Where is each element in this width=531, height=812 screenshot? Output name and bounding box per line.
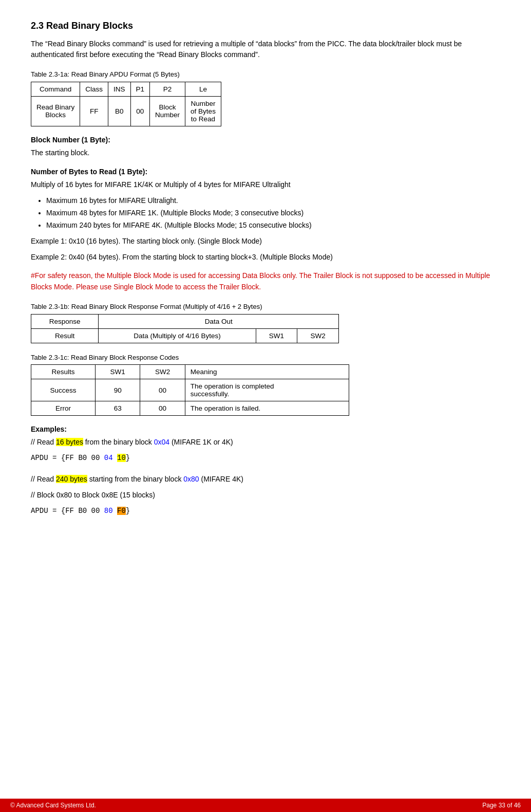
example1-apdu: APDU = {FF B0 00 04 10} (31, 453, 500, 464)
ex2-mid: starting from the binary block (87, 475, 184, 483)
footer-page-number: Page 33 of 46 (482, 802, 521, 809)
ex1-mid: from the binary block (83, 438, 154, 446)
table3-row1-sw1: 90 (96, 379, 140, 401)
section-title: 2.3 Read Binary Blocks (31, 21, 500, 31)
table1-header-p2: P2 (150, 82, 185, 96)
table1-row-p2: BlockNumber (150, 96, 185, 126)
ex1-pre: // Read (31, 438, 56, 446)
table1-row-p1: 00 (130, 96, 150, 126)
table2-row-data: Data (Multiply of 4/16 Bytes) (99, 328, 256, 343)
ex1-apdu-highlight: 10 (117, 454, 126, 462)
ex1-blue: 0x04 (154, 438, 169, 446)
table1-header-ins: INS (108, 82, 131, 96)
apdu-format-table: Command Class INS P1 P2 Le Read BinaryBl… (31, 82, 221, 126)
ex2-apdu-blue: 80 (104, 507, 113, 515)
table2-caption: Table 2.3-1b: Read Binary Block Response… (31, 302, 500, 312)
num-bytes-heading: Number of Bytes to Read (1 Byte): (31, 167, 500, 177)
ex1-highlight: 16 bytes (56, 438, 83, 446)
response-format-table: Response Data Out Result Data (Multiply … (31, 314, 339, 343)
table3-header-meaning: Meaning (185, 365, 349, 379)
table3-row2-sw1: 63 (96, 401, 140, 416)
table1-header-command: Command (31, 82, 80, 96)
ex2-apdu-highlight: F0 (117, 507, 126, 515)
footer-copyright: © Advanced Card Systems Ltd. (10, 802, 96, 809)
table1-header-p1: P1 (130, 82, 150, 96)
response-codes-table: Results SW1 SW2 Meaning Success 90 00 Th… (31, 364, 349, 416)
num-bytes-text: Multiply of 16 bytes for MIFARE 1K/4K or… (31, 179, 500, 190)
table3-row2-meaning: The operation is failed. (185, 401, 349, 416)
table2-row-sw1: SW1 (256, 328, 297, 343)
table3-row1-meaning: The operation is completedsuccessfully. (185, 379, 349, 401)
ex1-apdu-blue: 04 (104, 454, 113, 462)
table2-row-result: Result (31, 328, 99, 343)
example2-text: Example 2: 0x40 (64 bytes). From the sta… (31, 252, 500, 263)
ex1-apdu-space (113, 454, 117, 462)
table3-row1-result: Success (31, 379, 96, 401)
page-footer: © Advanced Card Systems Ltd. Page 33 of … (0, 799, 531, 812)
ex2-apdu-pre: APDU = {FF B0 00 (31, 507, 104, 515)
example1-text: Example 1: 0x10 (16 bytes). The starting… (31, 236, 500, 247)
ex2-pre: // Read (31, 475, 56, 483)
table1-row-command: Read BinaryBlocks (31, 96, 80, 126)
ex1-post: (MIFARE 1K or 4K) (169, 438, 233, 446)
table3-row2-result: Error (31, 401, 96, 416)
example2-block-range: // Block 0x80 to Block 0x8E (15 blocks) (31, 490, 500, 501)
table1-caption: Table 2.3-1a: Read Binary APDU Format (5… (31, 69, 500, 80)
table2-header-response: Response (31, 314, 99, 328)
ex2-highlight: 240 bytes (56, 475, 87, 483)
ex1-apdu-post: } (126, 454, 130, 462)
example2-apdu: APDU = {FF B0 00 80 F0} (31, 506, 500, 516)
table1-row-le: Numberof Bytesto Read (185, 96, 221, 126)
example1-read-line: // Read 16 bytes from the binary block 0… (31, 437, 500, 448)
block-number-text: The starting block. (31, 147, 500, 158)
ex2-blue: 0x80 (183, 475, 199, 483)
intro-paragraph: The “Read Binary Blocks command” is used… (31, 39, 500, 60)
bullet-1: Maximum 16 bytes for MIFARE Ultralight. (46, 195, 500, 206)
table3-header-sw1: SW1 (96, 365, 140, 379)
table1-header-le: Le (185, 82, 221, 96)
bullet-3: Maximum 240 bytes for MIFARE 4K. (Multip… (46, 220, 500, 231)
table1-header-class: Class (80, 82, 108, 96)
red-warning: #For safety reason, the Multiple Block M… (31, 270, 500, 293)
ex1-apdu-pre: APDU = {FF B0 00 (31, 454, 104, 462)
table3-header-results: Results (31, 365, 96, 379)
table3-row2-sw2: 00 (140, 401, 185, 416)
ex2-apdu-post: } (126, 507, 130, 515)
table3-row1-sw2: 00 (140, 379, 185, 401)
block-number-heading: Block Number (1 Byte): (31, 135, 500, 145)
example2-read-line: // Read 240 bytes starting from the bina… (31, 474, 500, 485)
ex2-post: (MIFARE 4K) (199, 475, 243, 483)
table2-row-sw2: SW2 (297, 328, 339, 343)
table3-header-sw2: SW2 (140, 365, 185, 379)
ex2-apdu-space (113, 507, 117, 515)
table1-row-class: FF (80, 96, 108, 126)
examples-heading: Examples: (31, 424, 500, 435)
table3-caption: Table 2.3-1c: Read Binary Block Response… (31, 353, 500, 363)
table1-row-ins: B0 (108, 96, 131, 126)
table2-header-dataout: Data Out (99, 314, 339, 328)
bullet-2: Maximum 48 bytes for MIFARE 1K. (Multipl… (46, 208, 500, 218)
bullets-list: Maximum 16 bytes for MIFARE Ultralight. … (46, 195, 500, 231)
